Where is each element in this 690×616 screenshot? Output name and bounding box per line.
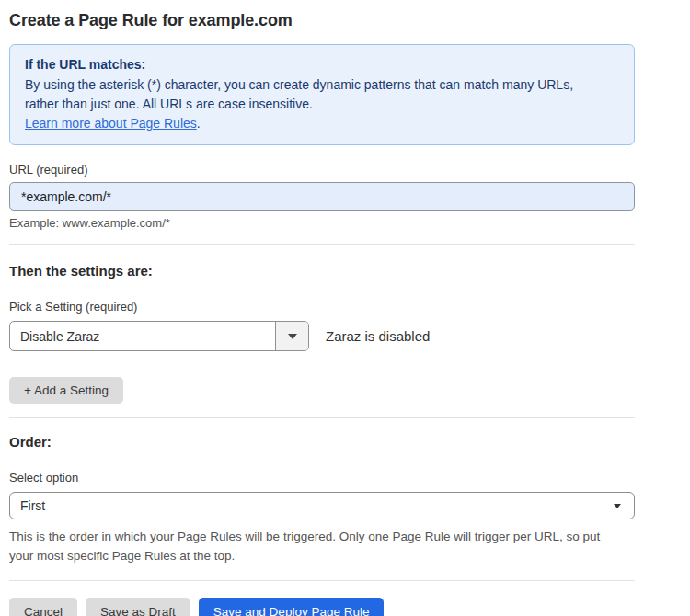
page-rule-form: Create a Page Rule for example.com If th… bbox=[0, 0, 644, 616]
setting-row: Disable Zaraz Zaraz is disabled bbox=[9, 321, 635, 351]
cancel-button[interactable]: Cancel bbox=[9, 598, 77, 616]
setting-select[interactable]: Disable Zaraz bbox=[9, 321, 309, 351]
setting-status-text: Zaraz is disabled bbox=[326, 328, 430, 344]
divider bbox=[9, 417, 635, 418]
setting-select-dropdown-button[interactable] bbox=[275, 322, 308, 350]
info-box-heading: If the URL matches: bbox=[25, 55, 619, 74]
order-helper-text: This is the order in which your Page Rul… bbox=[9, 527, 627, 565]
divider bbox=[9, 580, 635, 581]
save-as-draft-button[interactable]: Save as Draft bbox=[86, 598, 190, 616]
save-and-deploy-button[interactable]: Save and Deploy Page Rule bbox=[199, 598, 385, 616]
info-box-body: By using the asterisk (*) character, you… bbox=[25, 75, 592, 114]
settings-section-heading: Then the settings are: bbox=[9, 263, 635, 279]
info-box-link-line: Learn more about Page Rules. bbox=[25, 114, 619, 133]
add-setting-button[interactable]: + Add a Setting bbox=[9, 377, 123, 404]
page-title: Create a Page Rule for example.com bbox=[9, 11, 635, 30]
setting-select-value: Disable Zaraz bbox=[10, 322, 275, 350]
order-section-heading: Order: bbox=[9, 434, 635, 450]
url-input[interactable] bbox=[9, 182, 635, 211]
action-button-row: Cancel Save as Draft Save and Deploy Pag… bbox=[9, 598, 635, 616]
url-field-label: URL (required) bbox=[9, 163, 635, 177]
order-select[interactable]: First bbox=[9, 492, 635, 519]
caret-down-icon bbox=[288, 334, 297, 339]
divider bbox=[9, 244, 635, 245]
order-select-label: Select option bbox=[9, 471, 635, 485]
order-select-value: First bbox=[20, 498, 45, 513]
pick-setting-label: Pick a Setting (required) bbox=[9, 300, 635, 314]
url-example-helper: Example: www.example.com/* bbox=[9, 216, 635, 230]
learn-more-link[interactable]: Learn more about Page Rules bbox=[25, 116, 197, 131]
caret-down-icon bbox=[614, 504, 621, 508]
url-match-info-box: If the URL matches: By using the asteris… bbox=[9, 44, 635, 145]
link-suffix: . bbox=[197, 116, 201, 131]
